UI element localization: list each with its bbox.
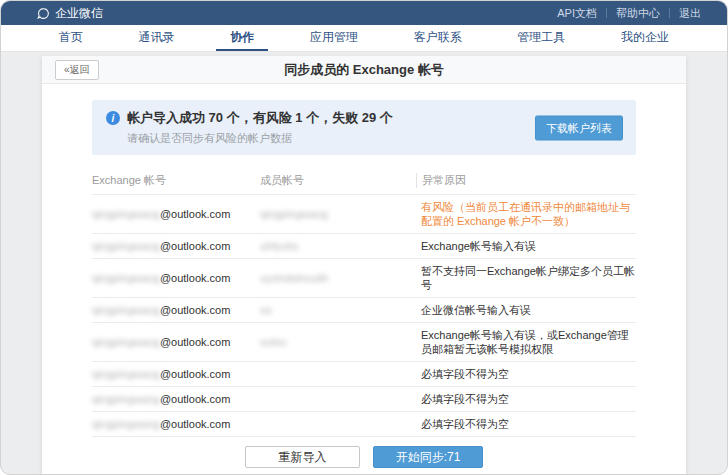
- import-summary-box: i 帐户导入成功 70 个，有风险 1 个，失败 29 个 请确认是否同步有风险…: [92, 100, 636, 155]
- col-header-exchange-account: Exchange 帐号: [92, 173, 260, 188]
- member-account-cell: uhfyuhs: [260, 239, 416, 253]
- exchange-account-cell: qingpingwang@outlook.com: [92, 207, 260, 221]
- col-header-member-account: 成员帐号: [260, 173, 416, 188]
- tab-customer-contact[interactable]: 客户联系: [400, 25, 476, 51]
- tab-contacts[interactable]: 通讯录: [125, 25, 189, 51]
- email-domain: @outlook.com: [160, 418, 230, 430]
- card-body: i 帐户导入成功 70 个，有风险 1 个，失败 29 个 请确认是否同步有风险…: [42, 100, 686, 468]
- tab-home[interactable]: 首页: [45, 25, 97, 51]
- exchange-account-cell: qingpingwang@outlook.com: [92, 335, 260, 349]
- error-reason-cell: 必填字段不得为空: [416, 367, 636, 381]
- divider: [669, 8, 670, 18]
- content-area: «返回 同步成员的 Exchange 帐号 i 帐户导入成功 70 个，有风险 …: [1, 52, 727, 475]
- member-account-cell: suhio: [260, 335, 416, 349]
- main-nav: 首页 通讯录 协作 应用管理 客户联系 管理工具 我的企业: [1, 25, 727, 52]
- error-reason-cell: Exchange帐号输入有误，或Exchange管理员邮箱暂无该帐号模拟权限: [416, 328, 636, 356]
- error-reason-cell: 企业微信帐号输入有误: [416, 303, 636, 317]
- redacted-username: qingpingwang: [92, 272, 160, 284]
- email-domain: @outlook.com: [160, 304, 230, 316]
- table-row: qingpingwang@outlook.com uhfyuhs Exchang…: [92, 234, 636, 259]
- help-center-link[interactable]: 帮助中心: [616, 6, 660, 21]
- table-row: qingpingwang@outlook.com 必填字段不得为空: [92, 412, 636, 437]
- tab-admin-tools[interactable]: 管理工具: [503, 25, 579, 51]
- redacted-member-account: oo: [260, 304, 272, 316]
- exchange-account-cell: qingpingwang@outlook.com: [92, 239, 260, 253]
- error-reason-cell: 暂不支持同一Exchange帐户绑定多个员工帐号: [416, 264, 636, 292]
- topbar: 企业微信 API文档 帮助中心 退出: [1, 1, 727, 25]
- table-row: qingpingwang@outlook.com 必填字段不得为空: [92, 387, 636, 412]
- exchange-account-cell: qingpingwang@outlook.com: [92, 303, 260, 317]
- member-account-cell: oo: [260, 303, 416, 317]
- footer-actions: 重新导入 开始同步:71: [92, 446, 636, 468]
- summary-title: 帐户导入成功 70 个，有风险 1 个，失败 29 个: [127, 109, 393, 127]
- chat-bubble-icon: [37, 7, 50, 20]
- redacted-username: qingpingwang: [92, 418, 160, 430]
- email-domain: @outlook.com: [160, 208, 230, 220]
- redacted-member-account: qingpingwang: [260, 208, 328, 220]
- topbar-links: API文档 帮助中心 退出: [557, 6, 701, 21]
- page-title: 同步成员的 Exchange 帐号: [42, 61, 686, 79]
- email-domain: @outlook.com: [160, 240, 230, 252]
- sync-result-card: «返回 同步成员的 Exchange 帐号 i 帐户导入成功 70 个，有风险 …: [42, 56, 686, 475]
- redacted-member-account: suhio: [260, 336, 286, 348]
- reimport-button[interactable]: 重新导入: [245, 446, 360, 468]
- exchange-account-cell: qingpingwang@outlook.com: [92, 367, 260, 381]
- table-row: qingpingwang@outlook.com qingpingwang 有风…: [92, 195, 636, 234]
- redacted-username: qingpingwang: [92, 304, 160, 316]
- error-reason-cell: 必填字段不得为空: [416, 392, 636, 406]
- exchange-account-cell: qingpingwang@outlook.com: [92, 417, 260, 431]
- redacted-member-account: uyshidahoudh: [260, 272, 329, 284]
- table-header-row: Exchange 帐号 成员帐号 异常原因: [92, 167, 636, 195]
- download-account-list-button[interactable]: 下载帐户列表: [535, 115, 623, 140]
- tab-app-management[interactable]: 应用管理: [296, 25, 372, 51]
- app-logo-label: 企业微信: [55, 5, 103, 22]
- email-domain: @outlook.com: [160, 336, 230, 348]
- table-row: qingpingwang@outlook.com 必填字段不得为空: [92, 362, 636, 387]
- exchange-account-cell: qingpingwang@outlook.com: [92, 271, 260, 285]
- redacted-username: qingpingwang: [92, 336, 160, 348]
- member-account-cell: qingpingwang: [260, 207, 416, 221]
- app-logo[interactable]: 企业微信: [37, 5, 103, 22]
- app-window: 企业微信 API文档 帮助中心 退出 首页 通讯录 协作 应用管理 客户联系 管…: [0, 0, 728, 475]
- api-docs-link[interactable]: API文档: [557, 6, 597, 21]
- table-body: qingpingwang@outlook.com qingpingwang 有风…: [92, 195, 636, 437]
- tab-my-company[interactable]: 我的企业: [607, 25, 683, 51]
- info-icon: i: [106, 111, 120, 125]
- logout-link[interactable]: 退出: [679, 6, 701, 21]
- table-row: qingpingwang@outlook.com oo 企业微信帐号输入有误: [92, 298, 636, 323]
- redacted-username: qingpingwang: [92, 368, 160, 380]
- card-header: «返回 同步成员的 Exchange 帐号: [42, 56, 686, 84]
- redacted-username: qingpingwang: [92, 208, 160, 220]
- error-reason-cell: 必填字段不得为空: [416, 417, 636, 431]
- error-reason-cell: Exchange帐号输入有误: [416, 239, 636, 253]
- email-domain: @outlook.com: [160, 272, 230, 284]
- col-header-error-reason: 异常原因: [416, 173, 636, 188]
- error-reason-cell: 有风险（当前员工在通讯录中的邮箱地址与配置的 Exchange 帐户不一致）: [416, 200, 636, 228]
- table-row: qingpingwang@outlook.com suhio Exchange帐…: [92, 323, 636, 362]
- tab-collaboration[interactable]: 协作: [216, 25, 268, 51]
- redacted-username: qingpingwang: [92, 393, 160, 405]
- sync-result-table: Exchange 帐号 成员帐号 异常原因 qingpingwang@outlo…: [92, 167, 636, 437]
- email-domain: @outlook.com: [160, 393, 230, 405]
- redacted-username: qingpingwang: [92, 240, 160, 252]
- email-domain: @outlook.com: [160, 368, 230, 380]
- start-sync-button[interactable]: 开始同步:71: [373, 446, 483, 468]
- exchange-account-cell: qingpingwang@outlook.com: [92, 392, 260, 406]
- member-account-cell: uyshidahoudh: [260, 271, 416, 285]
- table-row: qingpingwang@outlook.com uyshidahoudh 暂不…: [92, 259, 636, 298]
- redacted-member-account: uhfyuhs: [260, 240, 299, 252]
- divider: [606, 8, 607, 18]
